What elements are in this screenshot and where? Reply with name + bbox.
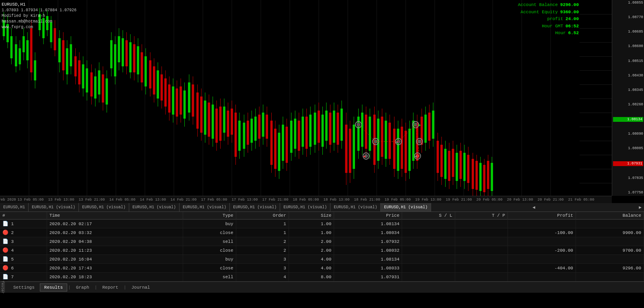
- col-header-size: Size: [289, 212, 334, 220]
- cell-num: 🔴 2: [0, 228, 47, 237]
- cell-time: 2020.02.20 18:23: [47, 273, 183, 281]
- svg-rect-161: [278, 133, 281, 171]
- svg-rect-95: [149, 60, 151, 88]
- svg-rect-89: [137, 46, 139, 74]
- chart-canvas: EURUSD,H1 1.07893 1.07934 1.07884 1.0792…: [0, 0, 612, 196]
- price-level-10: 1.08005: [613, 146, 643, 151]
- tab-visual-7[interactable]: EURUSD,H1 (visual): [330, 203, 381, 212]
- cell-size: 1.00: [289, 220, 334, 228]
- col-header-time: Time: [47, 212, 183, 220]
- svg-rect-117: [192, 84, 194, 117]
- svg-text:▶: ▶: [361, 123, 364, 127]
- cell-balance: [576, 255, 644, 264]
- tab-results[interactable]: Results: [40, 283, 67, 292]
- svg-text:▶: ▶: [419, 123, 421, 127]
- svg-rect-91: [141, 52, 143, 82]
- svg-rect-255: [463, 153, 466, 181]
- svg-rect-267: [487, 161, 489, 189]
- time-tick-19: 20 Feb 21:00: [538, 198, 564, 202]
- time-tick-14: 19 Feb 05:00: [385, 198, 411, 202]
- tab-eurusd-h1[interactable]: EURUSD,H1: [0, 203, 29, 212]
- time-tick-6: 14 Feb 13:00: [140, 198, 166, 202]
- tab-journal[interactable]: Journal: [127, 283, 154, 292]
- svg-rect-139: [235, 113, 237, 157]
- svg-rect-265: [483, 165, 485, 192]
- svg-rect-81: [122, 38, 124, 66]
- cell-size: 1.00: [289, 228, 334, 237]
- col-header-num: #: [0, 212, 47, 220]
- cell-balance: 9296.00: [576, 264, 644, 273]
- cell-profit: [508, 273, 576, 281]
- tab-settings[interactable]: Settings: [9, 283, 39, 292]
- price-level-red: 1.07931: [613, 161, 643, 166]
- website-label: www.fxprg.com: [2, 25, 76, 30]
- svg-rect-149: [254, 117, 257, 141]
- cell-time: 2020.02.20 17:43: [47, 264, 183, 273]
- balance-value: 9296.00: [560, 2, 579, 9]
- svg-rect-71: [102, 74, 104, 103]
- price-level-5: 1.08515: [613, 59, 643, 64]
- svg-rect-79: [118, 36, 120, 62]
- profit-value: 24.00: [566, 16, 579, 23]
- time-tick-10: 17 Feb 21:00: [262, 198, 289, 202]
- cell-profit: [508, 237, 576, 246]
- svg-rect-143: [243, 123, 245, 149]
- account-info-panel: Account Balance 9296.00 Account Equity 9…: [518, 2, 579, 37]
- equity-label: Account Equity: [520, 9, 557, 16]
- svg-rect-63: [86, 68, 88, 92]
- price-level-9: 1.08090: [613, 132, 643, 136]
- svg-rect-141: [238, 121, 241, 151]
- tab-graph[interactable]: Graph: [72, 283, 94, 292]
- time-tick-5: 14 Feb 05:00: [109, 198, 136, 202]
- cell-type: close: [183, 264, 236, 273]
- svg-rect-253: [460, 151, 462, 179]
- svg-rect-137: [231, 109, 233, 135]
- svg-rect-185: [325, 111, 328, 141]
- time-tick-20: 21 Feb 05:00: [568, 198, 594, 202]
- price-axis: 1.08855 1.08770 1.08685 1.08600 1.08515 …: [612, 0, 644, 196]
- svg-rect-199: [353, 125, 355, 169]
- cell-price: 1.07932: [334, 237, 402, 246]
- table-row: 📄 7 2020.02.20 18:23 sell 4 8.00 1.07931: [0, 273, 644, 281]
- cell-sl: [402, 273, 455, 281]
- svg-rect-145: [247, 121, 249, 145]
- svg-rect-225: [405, 131, 407, 173]
- time-tick-11: 18 Feb 05:00: [293, 198, 319, 202]
- tab-visual-2[interactable]: EURUSD,H1 (visual): [79, 203, 129, 212]
- svg-rect-223: [401, 127, 403, 169]
- tab-visual-4[interactable]: EURUSD,H1 (visual): [180, 203, 230, 212]
- tab-visual-6[interactable]: EURUSD,H1 (visual): [280, 203, 330, 212]
- price-level-1: 1.08855: [613, 1, 643, 5]
- svg-rect-193: [341, 109, 343, 141]
- time-tick-17: 20 Feb 05:00: [477, 198, 503, 202]
- svg-rect-27: [15, 44, 17, 66]
- cell-tp: [455, 264, 508, 273]
- cell-type: sell: [183, 237, 236, 246]
- cell-time: 2020.02.20 16:04: [47, 255, 183, 264]
- modified-by: Modified by Kira-h: [2, 13, 76, 19]
- tabs-nav-left[interactable]: ◀: [530, 204, 538, 211]
- equity-value: 9360.00: [560, 9, 579, 16]
- tab-visual-8[interactable]: EURUSD,H1 (visual): [381, 203, 431, 212]
- svg-rect-65: [91, 72, 93, 97]
- svg-rect-33: [26, 40, 29, 60]
- svg-rect-257: [467, 155, 470, 183]
- table-row: 📄 3 2020.02.20 04:38 sell 2 2.00 1.07932: [0, 237, 644, 246]
- tab-report[interactable]: Report: [98, 283, 123, 292]
- svg-rect-103: [164, 78, 167, 107]
- cell-num: 📄 3: [0, 237, 47, 246]
- svg-rect-107: [172, 86, 174, 115]
- svg-rect-183: [322, 115, 324, 147]
- cell-type: buy: [183, 255, 236, 264]
- svg-text:◀: ◀: [363, 154, 365, 159]
- svg-rect-147: [250, 119, 253, 143]
- tab-visual-1[interactable]: EURUSD,H1 (visual): [29, 203, 79, 212]
- cell-tp: [455, 228, 508, 237]
- svg-rect-49: [58, 38, 61, 62]
- tabs-nav-right[interactable]: ▶: [636, 204, 644, 211]
- svg-rect-239: [432, 111, 434, 139]
- cell-type: buy: [183, 220, 236, 228]
- time-tick-15: 19 Feb 13:00: [415, 198, 442, 202]
- tab-visual-3[interactable]: EURUSD,H1 (visual): [129, 203, 180, 212]
- tab-visual-5[interactable]: EURUSD,H1 (visual): [230, 203, 280, 212]
